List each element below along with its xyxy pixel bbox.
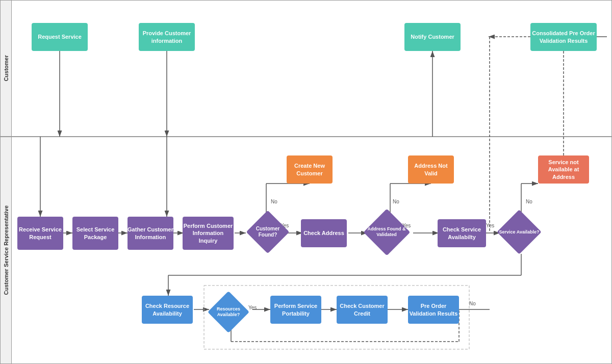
diagram-container: Customer Customer Service Representative xyxy=(0,0,612,364)
resources-available-diamond: Resources Available? xyxy=(208,292,249,332)
service-not-available-node: Service not Available at Address xyxy=(538,155,589,184)
notify-customer-node: Notify Customer xyxy=(404,23,461,51)
service-available-diamond: Service Available? xyxy=(499,212,540,252)
perform-portability-node: Perform Service Portability xyxy=(270,296,321,324)
select-package-node: Select Service Package xyxy=(72,217,118,250)
label-yes-resources: Yes xyxy=(248,305,257,310)
check-resource-node: Check Resource Availability xyxy=(142,296,193,324)
address-found-validated-diamond: Address Found & Validated xyxy=(366,212,407,252)
check-service-availability-node: Check Service Availabilty xyxy=(438,219,486,247)
swimlane-csr-label: Customer Service Representative xyxy=(1,137,12,363)
label-no-service-available: No xyxy=(526,199,532,204)
check-address-node: Check Address xyxy=(301,219,347,247)
label-no-address-found: No xyxy=(393,199,399,204)
check-credit-node: Check Customer Credit xyxy=(337,296,388,324)
gather-info-node: Gather Customer Information xyxy=(128,217,173,250)
consolidated-results-node: Consolidated Pre Order Validation Result… xyxy=(530,23,597,51)
perform-inquiry-node: Perform Customer Information Inquiry xyxy=(183,217,234,250)
provide-customer-info-node: Provide Customer information xyxy=(139,23,195,51)
receive-request-node: Receive Service Request xyxy=(17,217,63,250)
label-yes-service-available: Yes xyxy=(486,223,494,228)
create-new-customer-node: Create New Customer xyxy=(287,155,333,184)
swimlane-customer: Customer xyxy=(0,0,612,137)
request-service-node: Request Service xyxy=(32,23,88,51)
customer-found-diamond: Customer Found? xyxy=(247,212,288,252)
label-no-resources: No xyxy=(469,301,476,306)
address-not-valid-node: Address Not Valid xyxy=(408,155,454,184)
swimlane-customer-label: Customer xyxy=(1,1,12,136)
pre-order-results-node: Pre Order Validation Results xyxy=(408,296,459,324)
label-no-customer-found: No xyxy=(271,199,277,204)
